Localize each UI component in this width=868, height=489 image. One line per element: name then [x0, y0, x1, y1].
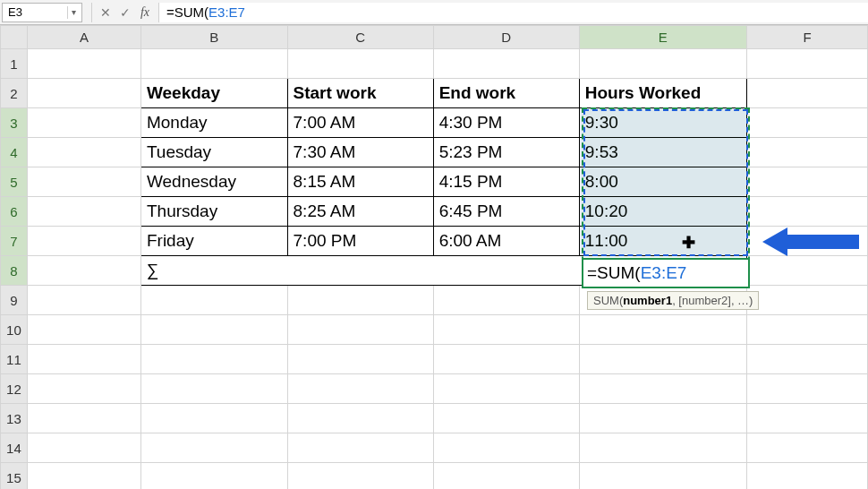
cell-F10[interactable]: [746, 315, 867, 345]
cell-A12[interactable]: [27, 374, 140, 404]
cell-F14[interactable]: [746, 433, 867, 463]
col-header-C[interactable]: C: [287, 26, 433, 49]
cell-E15[interactable]: [579, 463, 746, 490]
cell-F8[interactable]: [746, 256, 867, 286]
cell-B10[interactable]: [140, 315, 287, 345]
cell-D9[interactable]: [433, 286, 579, 315]
row-header-14[interactable]: 14: [1, 433, 28, 463]
cell-B11[interactable]: [140, 345, 287, 374]
cell-F11[interactable]: [746, 345, 867, 374]
row-header-13[interactable]: 13: [1, 404, 28, 433]
cell-B15[interactable]: [140, 463, 287, 490]
row-header-4[interactable]: 4: [1, 138, 28, 167]
cell-C10[interactable]: [287, 315, 433, 345]
cell-E3[interactable]: 9:30: [579, 108, 746, 138]
cell-C3[interactable]: 7:00 AM: [287, 108, 433, 138]
name-box[interactable]: E3 ▾: [2, 3, 82, 22]
cell-C5[interactable]: 8:15 AM: [287, 167, 433, 197]
col-header-B[interactable]: B: [140, 26, 287, 49]
cell-A1[interactable]: [27, 49, 140, 79]
formula-input[interactable]: =SUM(E3:E7: [158, 3, 868, 22]
cell-B3[interactable]: Monday: [140, 108, 287, 138]
cell-D3[interactable]: 4:30 PM: [433, 108, 579, 138]
cell-C14[interactable]: [287, 433, 433, 463]
cell-B4[interactable]: Tuesday: [140, 138, 287, 167]
enter-icon[interactable]: ✓: [115, 3, 135, 22]
cell-C13[interactable]: [287, 404, 433, 433]
cell-E5[interactable]: 8:00: [579, 167, 746, 197]
cell-F1[interactable]: [746, 49, 867, 79]
cell-B1[interactable]: [140, 49, 287, 79]
cell-A2[interactable]: [27, 79, 140, 108]
cell-B6[interactable]: Thursday: [140, 197, 287, 227]
cancel-icon[interactable]: ✕: [96, 3, 115, 22]
cell-C8[interactable]: [287, 256, 433, 286]
cell-F2[interactable]: [746, 79, 867, 108]
cell-E13[interactable]: [579, 404, 746, 433]
cell-D13[interactable]: [433, 404, 579, 433]
cell-B8[interactable]: ∑: [140, 256, 287, 286]
fx-icon[interactable]: fx: [135, 3, 155, 22]
row-header-6[interactable]: 6: [1, 197, 28, 227]
cell-A10[interactable]: [27, 315, 140, 345]
cell-D12[interactable]: [433, 374, 579, 404]
cell-F5[interactable]: [746, 167, 867, 197]
cell-F13[interactable]: [746, 404, 867, 433]
row-header-2[interactable]: 2: [1, 79, 28, 108]
cell-D5[interactable]: 4:15 PM: [433, 167, 579, 197]
cell-E2[interactable]: Hours Worked: [579, 79, 746, 108]
cell-E1[interactable]: [579, 49, 746, 79]
cell-A11[interactable]: [27, 345, 140, 374]
row-header-3[interactable]: 3: [1, 108, 28, 138]
col-header-A[interactable]: A: [27, 26, 140, 49]
cell-C12[interactable]: [287, 374, 433, 404]
cell-D10[interactable]: [433, 315, 579, 345]
cell-A6[interactable]: [27, 197, 140, 227]
cell-C15[interactable]: [287, 463, 433, 490]
cell-B13[interactable]: [140, 404, 287, 433]
cell-F12[interactable]: [746, 374, 867, 404]
cell-E7[interactable]: 11:00: [579, 227, 746, 256]
row-header-1[interactable]: 1: [1, 49, 28, 79]
cell-D6[interactable]: 6:45 PM: [433, 197, 579, 227]
cell-C7[interactable]: 7:00 PM: [287, 227, 433, 256]
row-header-8[interactable]: 8: [1, 256, 28, 286]
cell-B2[interactable]: Weekday: [140, 79, 287, 108]
cell-E6[interactable]: 10:20: [579, 197, 746, 227]
cell-F3[interactable]: [746, 108, 867, 138]
col-header-E[interactable]: E: [579, 26, 746, 49]
cell-A7[interactable]: [27, 227, 140, 256]
cell-A3[interactable]: [27, 108, 140, 138]
cell-E8[interactable]: [579, 256, 746, 286]
cell-A9[interactable]: [27, 286, 140, 315]
cell-E11[interactable]: [579, 345, 746, 374]
cell-D2[interactable]: End work: [433, 79, 579, 108]
col-header-F[interactable]: F: [746, 26, 867, 49]
cell-C1[interactable]: [287, 49, 433, 79]
select-all-corner[interactable]: [1, 26, 28, 49]
cell-F4[interactable]: [746, 138, 867, 167]
cell-D14[interactable]: [433, 433, 579, 463]
cell-B7[interactable]: Friday: [140, 227, 287, 256]
row-header-12[interactable]: 12: [1, 374, 28, 404]
cell-C11[interactable]: [287, 345, 433, 374]
cell-C9[interactable]: [287, 286, 433, 315]
row-header-15[interactable]: 15: [1, 463, 28, 490]
cell-B5[interactable]: Wednesday: [140, 167, 287, 197]
col-header-D[interactable]: D: [433, 26, 579, 49]
cell-D4[interactable]: 5:23 PM: [433, 138, 579, 167]
cell-A4[interactable]: [27, 138, 140, 167]
cell-D11[interactable]: [433, 345, 579, 374]
cell-A14[interactable]: [27, 433, 140, 463]
cell-B14[interactable]: [140, 433, 287, 463]
cell-A13[interactable]: [27, 404, 140, 433]
cell-C2[interactable]: Start work: [287, 79, 433, 108]
row-header-9[interactable]: 9: [1, 286, 28, 315]
cell-C6[interactable]: 8:25 AM: [287, 197, 433, 227]
row-header-11[interactable]: 11: [1, 345, 28, 374]
cell-B12[interactable]: [140, 374, 287, 404]
cell-D7[interactable]: 6:00 AM: [433, 227, 579, 256]
cell-B9[interactable]: [140, 286, 287, 315]
row-header-7[interactable]: 7: [1, 227, 28, 256]
cell-D1[interactable]: [433, 49, 579, 79]
